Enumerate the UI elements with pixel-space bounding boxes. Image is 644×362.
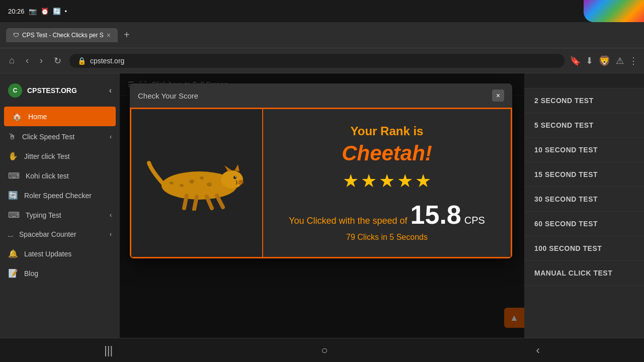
test-label-2sec: 2 SECOND TEST [534,97,594,105]
roler-icon: 🔄 [8,191,18,200]
svg-point-4 [233,176,236,179]
score-modal: Check Your Score × [130,83,512,258]
modal-overlay: Check Your Score × [120,73,524,338]
right-sidebar-header [524,73,644,88]
test-item-60sec[interactable]: 60 SECOND TEST [524,212,644,236]
spacebar-icon: ⎵ [8,230,13,239]
test-label-60sec: 60 SECOND TEST [534,220,598,228]
svg-line-7 [184,196,187,208]
svg-marker-3 [234,164,239,171]
click-info: 79 Clicks in 5 Seconds [346,233,428,242]
sidebar-item-roler[interactable]: 🔄 Roler Speed Checker [0,186,120,205]
url-text: cpstest.org [90,57,124,65]
modal-header: Check Your Score × [130,83,512,108]
rank-title: Your Rank is [351,124,424,138]
alarm-icon: ⏰ [41,8,49,15]
alert-icon[interactable]: ⚠ [616,55,624,66]
test-item-30sec[interactable]: 30 SECOND TEST [524,187,644,212]
svg-point-11 [189,179,194,184]
logo-text: CPSTEST.ORG [27,86,77,95]
test-label-15sec: 15 SECOND TEST [534,170,598,178]
test-item-2sec[interactable]: 2 SECOND TEST [524,88,644,113]
arrow-icon: ‹ [110,133,112,140]
sidebar-item-typing[interactable]: ⌨ Typing Test ‹ [0,205,120,225]
back-button[interactable]: ‹ [23,53,32,68]
sidebar-label-roler: Roler Speed Checker [24,192,92,200]
modal-body: Your Rank is Cheetah! ★ ★ ★ ★ ★ You Clic… [130,108,512,258]
home-icon: 🏠 [12,112,22,121]
sidebar-item-jitter[interactable]: ✋ Jitter click Test [0,146,120,166]
sidebar-item-home[interactable]: 🏠 Home [4,107,116,126]
sidebar-label-typing: Typing Test [26,211,61,219]
modal-title: Check Your Score [138,92,198,100]
sidebar-label-updates: Latest Updates [24,250,71,258]
reload-button[interactable]: ↻ [51,53,64,68]
bottom-menu-button[interactable]: ||| [89,340,128,361]
status-left: 20:26 📷 ⏰ 🔄 • [8,8,67,15]
test-item-10sec[interactable]: 10 SECOND TEST [524,138,644,162]
tab-bar: 🛡 CPS Test - Check Clicks per S × + [6,28,638,42]
left-sidebar: C CPSTEST.ORG ‹ 🏠 Home 🖱 Click Speed Tes… [0,73,120,338]
right-sidebar: 2 SECOND TEST 5 SECOND TEST 10 SECOND TE… [524,73,644,338]
test-item-5sec[interactable]: 5 SECOND TEST [524,113,644,138]
typing-icon: ⌨ [8,210,20,220]
sidebar-item-spacebar[interactable]: ⎵ Spacebar Counter ‹ [0,225,120,244]
test-label-10sec: 10 SECOND TEST [534,146,598,154]
bottom-home-button[interactable]: ○ [306,340,343,361]
sidebar-item-blog[interactable]: 📝 Blog [0,263,120,283]
sidebar-label-blog: Blog [24,269,38,278]
sidebar-item-updates[interactable]: 🔔 Latest Updates [0,244,120,263]
download-icon[interactable]: ⬇ [586,55,593,66]
sidebar-item-click-speed[interactable]: 🖱 Click Speed Test ‹ [0,127,120,146]
sidebar-collapse-button[interactable]: ‹ [109,86,112,95]
speed-value: 15.8 [411,200,461,230]
bottom-navigation: ||| ○ ‹ [0,338,644,362]
lock-icon: 🔒 [77,57,86,65]
browser-tab-bar: 🛡 CPS Test - Check Clicks per S × + [0,22,644,48]
sidebar-item-kohi[interactable]: ⌨ Kohi click test [0,166,120,186]
forward-button[interactable]: › [37,53,46,68]
svg-point-15 [170,182,174,185]
status-time: 20:26 [8,8,25,15]
test-label-manual: MANUAL CLICK TEST [534,269,612,277]
rainbow-decoration [584,0,644,22]
test-item-manual[interactable]: MANUAL CLICK TEST [524,261,644,286]
bookmark-icon[interactable]: 🔖 [570,55,581,66]
test-item-100sec[interactable]: 100 SECOND TEST [524,236,644,261]
main-layout: C CPSTEST.ORG ‹ 🏠 Home 🖱 Click Speed Tes… [0,73,644,338]
sidebar-label-kohi: Kohi click test [26,172,69,180]
cheetah-image [146,155,247,211]
tab-favicon: 🛡 [13,32,19,39]
svg-point-6 [238,180,244,183]
star-2: ★ [361,170,377,192]
sidebar-label-home: Home [28,113,47,121]
svg-marker-2 [224,165,232,171]
tab-close-button[interactable]: × [107,31,111,39]
svg-point-13 [207,183,212,187]
svg-line-10 [217,196,223,207]
status-bar: 20:26 📷 ⏰ 🔄 • 📶 📡 🔋 [0,0,644,22]
menu-icon[interactable]: ⋮ [629,55,638,66]
svg-line-8 [194,197,197,209]
home-nav-button[interactable]: ⌂ [6,53,18,68]
brave-icon: 🦁 [598,55,611,67]
content-area: ☰ ⛶ Click here to Full Screen Check Your… [120,73,524,338]
address-bar[interactable]: 🔒 cpstest.org [69,54,565,68]
modal-score-area: Your Rank is Cheetah! ★ ★ ★ ★ ★ You Clic… [262,109,511,257]
sidebar-label-click: Click Speed Test [22,133,74,141]
speed-label: You Clicked with the speed of [289,216,408,226]
star-5: ★ [415,170,431,192]
svg-point-12 [200,176,204,179]
jitter-icon: ✋ [8,151,18,161]
kohi-icon: ⌨ [8,171,20,180]
modal-close-button[interactable]: × [492,89,504,102]
updates-icon: 🔔 [8,249,18,258]
navigation-bar: ⌂ ‹ › ↻ 🔒 cpstest.org 🔖 ⬇ 🦁 ⚠ ⋮ [0,48,644,73]
active-tab[interactable]: 🛡 CPS Test - Check Clicks per S × [6,28,118,42]
bottom-back-button[interactable]: ‹ [521,340,555,361]
stars-rating: ★ ★ ★ ★ ★ [343,170,431,192]
new-tab-button[interactable]: + [121,29,133,41]
test-item-15sec[interactable]: 15 SECOND TEST [524,162,644,187]
sidebar-label-spacebar: Spacebar Counter [19,230,76,238]
nav-icons: 🔖 ⬇ 🦁 ⚠ ⋮ [570,55,638,67]
